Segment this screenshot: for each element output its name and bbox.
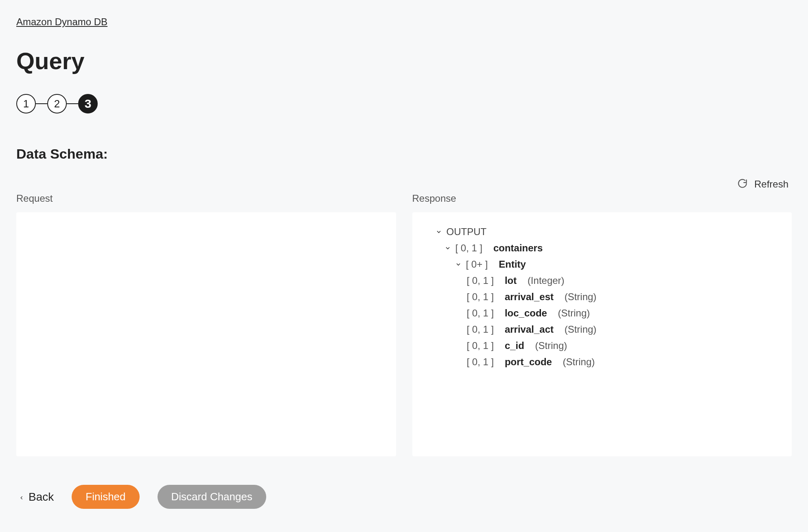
field-name: Entity (499, 259, 526, 270)
field-type: (String) (563, 356, 595, 368)
field-type: (String) (565, 291, 597, 303)
request-panel-label: Request (16, 193, 396, 204)
step-1[interactable]: 1 (16, 94, 36, 113)
stepper: 1 2 3 (16, 94, 792, 113)
field-name: loc_code (505, 307, 547, 319)
step-2[interactable]: 2 (47, 94, 67, 113)
field-type: (String) (558, 307, 590, 319)
field-type: (String) (535, 340, 567, 351)
breadcrumb-link[interactable]: Amazon Dynamo DB (16, 16, 107, 27)
tree-field-arrival-est[interactable]: [ 0, 1 ] arrival_est (String) (424, 289, 781, 305)
page-title: Query (16, 47, 792, 74)
refresh-button[interactable]: Refresh (16, 178, 792, 190)
response-panel-label: Response (412, 193, 792, 204)
step-connector (36, 103, 47, 104)
field-name: lot (505, 275, 517, 286)
cardinality: [ 0, 1 ] (467, 324, 494, 335)
back-button[interactable]: Back (19, 491, 54, 504)
chevron-down-icon[interactable] (455, 261, 462, 268)
cardinality: [ 0, 1 ] (467, 356, 494, 368)
tree-node-label: OUTPUT (447, 226, 487, 238)
chevron-left-icon (19, 491, 24, 504)
tree-field-arrival-act[interactable]: [ 0, 1 ] arrival_act (String) (424, 321, 781, 338)
cardinality: [ 0, 1 ] (455, 242, 483, 254)
tree-node-output[interactable]: OUTPUT (424, 224, 781, 240)
cardinality: [ 0, 1 ] (467, 291, 494, 303)
cardinality: [ 0, 1 ] (467, 307, 494, 319)
request-panel[interactable] (16, 212, 396, 456)
chevron-down-icon[interactable] (444, 244, 451, 252)
section-heading: Data Schema: (16, 146, 792, 162)
cardinality: [ 0+ ] (466, 259, 488, 270)
refresh-icon (737, 178, 748, 190)
field-name: containers (493, 242, 543, 254)
finished-button[interactable]: Finished (72, 485, 139, 509)
field-name: arrival_est (505, 291, 554, 303)
step-3[interactable]: 3 (78, 94, 98, 113)
tree-node-entity[interactable]: [ 0+ ] Entity (424, 256, 781, 273)
cardinality: [ 0, 1 ] (467, 340, 494, 351)
tree-node-containers[interactable]: [ 0, 1 ] containers (424, 240, 781, 256)
field-type: (Integer) (528, 275, 565, 286)
field-type: (String) (565, 324, 597, 335)
chevron-down-icon[interactable] (435, 228, 442, 235)
refresh-label: Refresh (754, 179, 788, 190)
step-connector (67, 103, 78, 104)
tree-field-loc-code[interactable]: [ 0, 1 ] loc_code (String) (424, 305, 781, 321)
tree-field-lot[interactable]: [ 0, 1 ] lot (Integer) (424, 273, 781, 289)
cardinality: [ 0, 1 ] (467, 275, 494, 286)
field-name: c_id (505, 340, 524, 351)
field-name: arrival_act (505, 324, 554, 335)
response-panel[interactable]: OUTPUT [ 0, 1 ] containers [ 0+ ] (412, 212, 792, 456)
back-label: Back (28, 491, 54, 504)
tree-field-c-id[interactable]: [ 0, 1 ] c_id (String) (424, 338, 781, 354)
field-name: port_code (505, 356, 552, 368)
tree-field-port-code[interactable]: [ 0, 1 ] port_code (String) (424, 354, 781, 370)
discard-button[interactable]: Discard Changes (158, 485, 266, 509)
